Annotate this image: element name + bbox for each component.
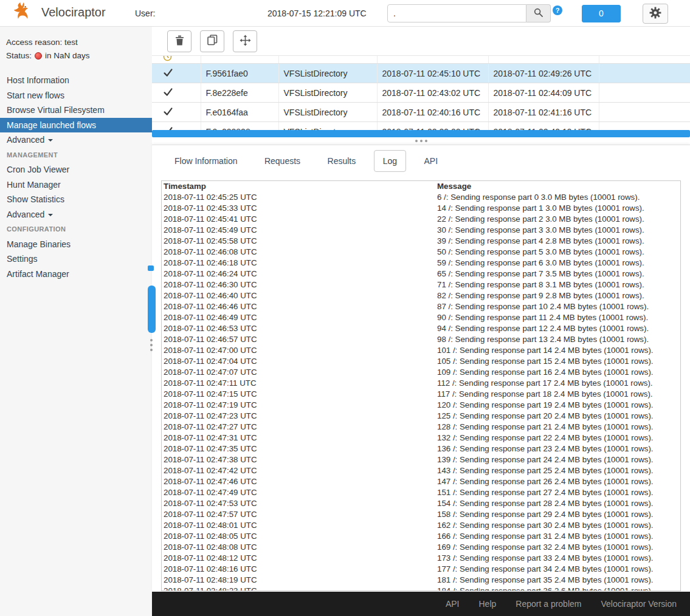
log-row: 2018-07-11 02:47:19 UTC 120 /: Sending r… bbox=[162, 400, 680, 411]
sidebar-item[interactable]: Hunt Manager bbox=[0, 177, 152, 193]
log-message: 120 /: Sending response part 19 2.4 MB b… bbox=[437, 400, 678, 411]
status-line: Status: in NaN days bbox=[6, 51, 152, 60]
log-message: 143 /: Sending response part 25 2.4 MB b… bbox=[437, 465, 678, 476]
sidebar-item[interactable]: Show Statistics bbox=[0, 192, 152, 207]
search-button[interactable] bbox=[526, 4, 551, 22]
log-message: 14 /: Sending response part 1 3.0 MB byt… bbox=[437, 203, 678, 214]
log-message: 128 /: Sending response part 21 2.4 MB b… bbox=[437, 422, 678, 433]
status-red-dot-icon bbox=[35, 52, 42, 60]
tab[interactable]: Flow Information bbox=[165, 150, 246, 172]
log-row: 2018-07-11 02:48:08 UTC 169 /: Sending r… bbox=[162, 542, 680, 553]
log-message: 151 /: Sending response part 27 2.4 MB b… bbox=[437, 487, 678, 498]
flows-table-viewport: F.9561fae0 VFSListDirectory 2018-07-11 0… bbox=[152, 56, 690, 130]
delete-flow-button[interactable] bbox=[167, 30, 191, 52]
check-icon bbox=[163, 70, 173, 80]
vertical-resize-handle[interactable] bbox=[148, 286, 156, 333]
log-row: 2018-07-11 02:47:46 UTC 147 /: Sending r… bbox=[162, 476, 680, 487]
log-row: 2018-07-11 02:47:15 UTC 117 /: Sending r… bbox=[162, 389, 680, 400]
clock-icon bbox=[163, 56, 172, 63]
log-timestamp: 2018-07-11 02:47:35 UTC bbox=[164, 443, 437, 454]
pane-splitter-handle[interactable] bbox=[414, 139, 429, 143]
move-crosshair-button[interactable] bbox=[233, 30, 257, 52]
flows-table: F.9561fae0 VFSListDirectory 2018-07-11 0… bbox=[152, 56, 690, 130]
log-message: 147 /: Sending response part 26 2.4 MB b… bbox=[437, 476, 678, 487]
sidebar-item[interactable]: Host Information bbox=[0, 73, 152, 88]
log-message: 39 /: Sending response part 4 2.8 MB byt… bbox=[437, 236, 678, 247]
vertical-splitter-dots[interactable] bbox=[150, 339, 153, 354]
log-rows: 2018-07-11 02:45:25 UTC 6 /: Sending res… bbox=[162, 192, 680, 591]
footer-link[interactable]: Velociraptor Version bbox=[601, 599, 677, 609]
search-input[interactable] bbox=[387, 4, 526, 22]
log-message: 184 /: Sending response part 36 2.6 MB b… bbox=[437, 586, 678, 591]
footer-link[interactable]: Help bbox=[479, 599, 497, 609]
sidebar-item[interactable]: Start new flows bbox=[0, 88, 152, 103]
copy-flow-button[interactable] bbox=[200, 30, 224, 52]
status-text: in NaN days bbox=[45, 51, 90, 60]
sidebar-item[interactable]: Advanced bbox=[0, 132, 152, 148]
tab[interactable]: Log bbox=[374, 150, 406, 172]
log-message: 125 /: Sending response part 20 2.4 MB b… bbox=[437, 411, 678, 422]
help-icon[interactable]: ? bbox=[553, 5, 562, 15]
sidebar-item[interactable]: Browse Virtual Filesystem bbox=[0, 103, 152, 118]
flow-extra-cell bbox=[599, 103, 690, 122]
flow-row[interactable]: F.9561fae0 VFSListDirectory 2018-07-11 0… bbox=[152, 64, 690, 83]
flow-extra-cell bbox=[599, 122, 690, 131]
caret-down-icon bbox=[48, 214, 53, 216]
log-timestamp: 2018-07-11 02:46:30 UTC bbox=[164, 279, 437, 290]
vertical-scrollbar-nub[interactable] bbox=[148, 265, 154, 271]
footer-link[interactable]: API bbox=[446, 599, 460, 609]
tab[interactable]: Requests bbox=[255, 150, 309, 172]
log-timestamp: 2018-07-11 02:47:07 UTC bbox=[164, 367, 437, 378]
sidebar-item[interactable]: Manage launched flows bbox=[0, 118, 152, 133]
sidebar-item[interactable]: Settings bbox=[0, 252, 152, 267]
flow-row[interactable]: F.e0164faa VFSListDirectory 2018-07-11 0… bbox=[152, 103, 690, 122]
log-row: 2018-07-11 02:45:41 UTC 22 /: Sending re… bbox=[162, 214, 680, 225]
log-row: 2018-07-11 02:48:19 UTC 181 /: Sending r… bbox=[162, 575, 680, 586]
log-timestamp: 2018-07-11 02:48:23 UTC bbox=[164, 586, 437, 591]
log-timestamp: 2018-07-11 02:47:11 UTC bbox=[164, 378, 437, 389]
settings-button[interactable] bbox=[643, 4, 668, 24]
flow-end-time: 2018-07-11 02:40:19 UTC bbox=[488, 122, 599, 131]
log-row: 2018-07-11 02:47:07 UTC 109 /: Sending r… bbox=[162, 367, 680, 378]
log-timestamp: 2018-07-11 02:46:24 UTC bbox=[164, 269, 437, 279]
log-message: 105 /: Sending response part 15 2.4 MB b… bbox=[437, 356, 678, 367]
log-timestamp: 2018-07-11 02:46:08 UTC bbox=[164, 247, 437, 258]
log-message: 82 /: Sending response part 9 2.8 MB byt… bbox=[437, 290, 678, 301]
tab[interactable]: Results bbox=[319, 150, 365, 172]
sidebar-item[interactable]: Cron Job Viewer bbox=[0, 162, 152, 177]
copy-icon bbox=[207, 35, 218, 47]
log-timestamp: 2018-07-11 02:45:49 UTC bbox=[164, 225, 437, 236]
log-message: 158 /: Sending response part 29 2.4 MB b… bbox=[437, 509, 678, 520]
flow-detail-panel: Flow Information Requests Results Log AP… bbox=[152, 145, 690, 592]
log-row: 2018-07-11 02:47:53 UTC 154 /: Sending r… bbox=[162, 498, 680, 509]
log-row: 2018-07-11 02:47:11 UTC 112 /: Sending r… bbox=[162, 378, 680, 389]
server-timestamp: 2018-07-15 12:21:09 UTC bbox=[267, 9, 367, 18]
search-group bbox=[387, 4, 551, 22]
flow-end-time bbox=[488, 56, 599, 64]
footer-link[interactable]: Report a problem bbox=[516, 599, 581, 609]
log-row: 2018-07-11 02:46:30 UTC 71 /: Sending re… bbox=[162, 279, 680, 290]
log-row: 2018-07-11 02:48:01 UTC 162 /: Sending r… bbox=[162, 520, 680, 531]
notifications-button[interactable]: 0 bbox=[582, 5, 621, 22]
horizontal-scrollbar[interactable] bbox=[152, 130, 690, 137]
flow-row[interactable]: F.8e228efe VFSListDirectory 2018-07-11 0… bbox=[152, 83, 690, 103]
sidebar-item[interactable]: Manage Binaries bbox=[0, 237, 152, 252]
main-content: F.9561fae0 VFSListDirectory 2018-07-11 0… bbox=[152, 27, 690, 592]
tab[interactable]: API bbox=[415, 150, 447, 172]
log-message: 6 /: Sending response part 0 3.0 MB byte… bbox=[437, 192, 678, 203]
log-timestamp: 2018-07-11 02:47:27 UTC bbox=[164, 422, 437, 433]
log-message: 71 /: Sending response part 8 3.1 MB byt… bbox=[437, 279, 678, 290]
flow-row[interactable]: F.0e032828 VFSListDirectory 2018-07-11 0… bbox=[152, 122, 690, 131]
gear-icon bbox=[649, 7, 661, 21]
log-timestamp: 2018-07-11 02:47:53 UTC bbox=[164, 498, 437, 509]
log-message: 109 /: Sending response part 16 2.4 MB b… bbox=[437, 367, 678, 378]
flow-artifact: VFSListDirectory bbox=[278, 122, 377, 131]
log-timestamp: 2018-07-11 02:46:57 UTC bbox=[164, 334, 437, 345]
log-message: 87 /: Sending response part 10 2.4 MB by… bbox=[437, 301, 678, 312]
sidebar-item[interactable]: Advanced bbox=[0, 207, 152, 222]
log-timestamp: 2018-07-11 02:48:05 UTC bbox=[164, 531, 437, 542]
sidebar-item[interactable]: Artifact Manager bbox=[0, 267, 152, 282]
flow-start-time bbox=[377, 56, 488, 64]
log-table: Timestamp Message 2018-07-11 02:45:25 UT… bbox=[161, 180, 681, 591]
flow-row[interactable] bbox=[152, 56, 690, 64]
